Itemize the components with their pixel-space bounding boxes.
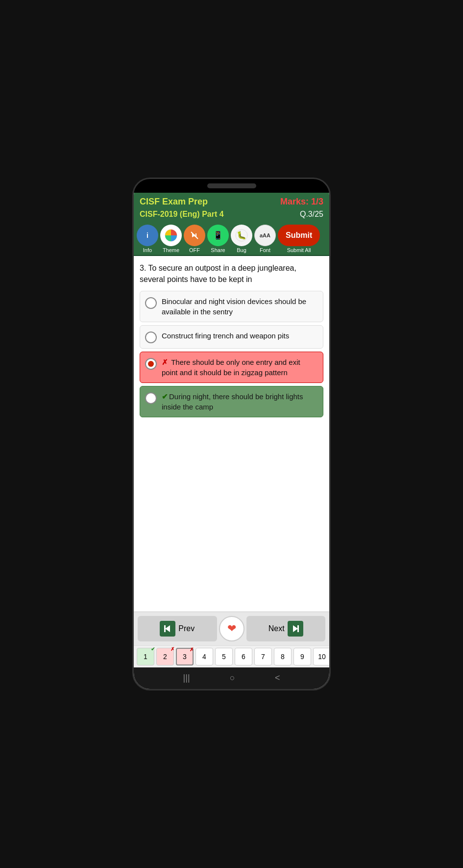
submit-button[interactable]: Submit (278, 225, 320, 246)
sound-label: OFF (189, 247, 200, 253)
bug-button[interactable]: 🐛 Bug (231, 225, 252, 253)
theme-label: Theme (163, 247, 179, 253)
wrong-icon: ✗ (162, 358, 170, 366)
prev-button[interactable]: Prev (138, 616, 217, 641)
radio-a[interactable] (145, 297, 157, 309)
q-num-3[interactable]: 3 ✗ (176, 648, 194, 665)
q-num-2[interactable]: 2 ✗ (156, 648, 174, 665)
submit-col: Submit Submit All (278, 225, 320, 253)
font-icon: aAA (254, 225, 276, 246)
question-number: 3. (140, 264, 146, 272)
nav-bar: Prev ❤ Next (134, 612, 329, 645)
svg-rect-13 (164, 625, 166, 632)
option-b[interactable]: Construct firing trench and weapon pits (140, 325, 323, 349)
q-2-mark: ✗ (171, 646, 174, 652)
sound-button[interactable]: OFF (184, 225, 205, 253)
question-num: Q.3/25 (300, 210, 323, 219)
radio-b[interactable] (145, 332, 157, 343)
app-title: CISF Exam Prep (140, 197, 208, 207)
correct-icon: ✔ (162, 392, 168, 401)
q-num-2-text: 2 (163, 653, 167, 661)
bug-label: Bug (237, 247, 246, 253)
heart-icon: ❤ (227, 622, 236, 635)
q-num-8[interactable]: 8 (274, 648, 292, 665)
q-num-1-text: 1 (144, 653, 147, 661)
question-area: 3. To secure an outpost in a deep jungle… (134, 256, 329, 425)
info-label: Info (143, 247, 152, 253)
next-icon (288, 621, 303, 637)
android-menu-button[interactable]: ||| (183, 673, 190, 683)
option-c-text: ✗ There should be only one entry and exi… (162, 357, 318, 378)
sound-icon (184, 225, 205, 246)
q-num-10-text: 10 (318, 653, 326, 661)
info-button[interactable]: i Info (137, 225, 158, 253)
svg-text:i: i (146, 231, 148, 239)
q-num-6-text: 6 (242, 653, 245, 661)
q-num-4[interactable]: 4 (195, 648, 213, 665)
prev-icon (160, 621, 175, 637)
q-num-7[interactable]: 7 (254, 648, 272, 665)
option-d[interactable]: ✔During night, there should be bright li… (140, 386, 323, 417)
prev-label: Prev (178, 624, 195, 633)
theme-icon (160, 225, 182, 246)
favorite-button[interactable]: ❤ (219, 616, 244, 641)
android-back-button[interactable]: < (275, 673, 280, 683)
q-num-3-text: 3 (183, 653, 187, 661)
radio-d[interactable] (145, 392, 157, 404)
q-num-7-text: 7 (261, 653, 265, 661)
bug-icon: 🐛 (231, 225, 252, 246)
question-text: 3. To secure an outpost in a deep jungle… (140, 263, 323, 285)
header-top: CISF Exam Prep Marks: 1/3 (134, 193, 329, 209)
q-num-4-text: 4 (202, 653, 206, 661)
font-button[interactable]: aAA Font (254, 225, 276, 253)
q-num-10[interactable]: 10 (313, 648, 329, 665)
marks-display: Marks: 1/3 (280, 197, 323, 207)
phone-frame: CISF Exam Prep Marks: 1/3 CISF-2019 (Eng… (132, 178, 331, 690)
header-sub: CISF-2019 (Eng) Part 4 Q.3/25 (134, 209, 329, 223)
option-a[interactable]: Binocular and night vision devices shoul… (140, 291, 323, 322)
q-num-5[interactable]: 5 (215, 648, 233, 665)
q-num-8-text: 8 (281, 653, 285, 661)
status-bar (134, 179, 329, 193)
q-num-6[interactable]: 6 (235, 648, 252, 665)
question-numbers-strip: 1 ✔ 2 ✗ 3 ✗ 4 5 6 7 8 (134, 645, 329, 667)
radio-c[interactable] (145, 358, 157, 370)
q-1-mark: ✔ (151, 646, 155, 652)
svg-text:📱: 📱 (213, 230, 223, 240)
info-icon: i (137, 225, 158, 246)
option-b-text: Construct firing trench and weapon pits (162, 331, 318, 341)
q-num-9-text: 9 (300, 653, 304, 661)
svg-marker-12 (165, 625, 170, 632)
submit-all-label: Submit All (287, 247, 311, 253)
exam-name: CISF-2019 (Eng) Part 4 (140, 210, 224, 219)
share-button[interactable]: 📱 Share (207, 225, 229, 253)
android-home-button[interactable]: ○ (230, 673, 235, 683)
next-label: Next (268, 624, 285, 633)
font-label: Font (260, 247, 270, 253)
q-num-1[interactable]: 1 ✔ (137, 648, 154, 665)
question-body: To secure an outpost in a deep jungleare… (140, 264, 296, 283)
android-nav-bar: ||| ○ < (134, 667, 329, 689)
q-3-mark: ✗ (190, 647, 194, 652)
status-bar-pill (207, 183, 256, 188)
option-c[interactable]: ✗ There should be only one entry and exi… (140, 352, 323, 383)
svg-text:🐛: 🐛 (237, 230, 246, 240)
share-icon: 📱 (207, 225, 229, 246)
option-d-text: ✔During night, there should be bright li… (162, 391, 318, 412)
toolbar: i Info Theme OFF 📱 Share (134, 223, 329, 256)
svg-marker-14 (293, 625, 298, 632)
next-button[interactable]: Next (246, 616, 326, 641)
theme-button[interactable]: Theme (160, 225, 182, 253)
q-num-9[interactable]: 9 (293, 648, 311, 665)
content-spacer (134, 425, 329, 612)
option-a-text: Binocular and night vision devices shoul… (162, 296, 318, 317)
q-num-5-text: 5 (222, 653, 226, 661)
svg-rect-15 (297, 625, 299, 632)
share-label: Share (211, 247, 225, 253)
app-container: CISF Exam Prep Marks: 1/3 CISF-2019 (Eng… (134, 193, 329, 689)
radio-c-fill (148, 361, 154, 367)
